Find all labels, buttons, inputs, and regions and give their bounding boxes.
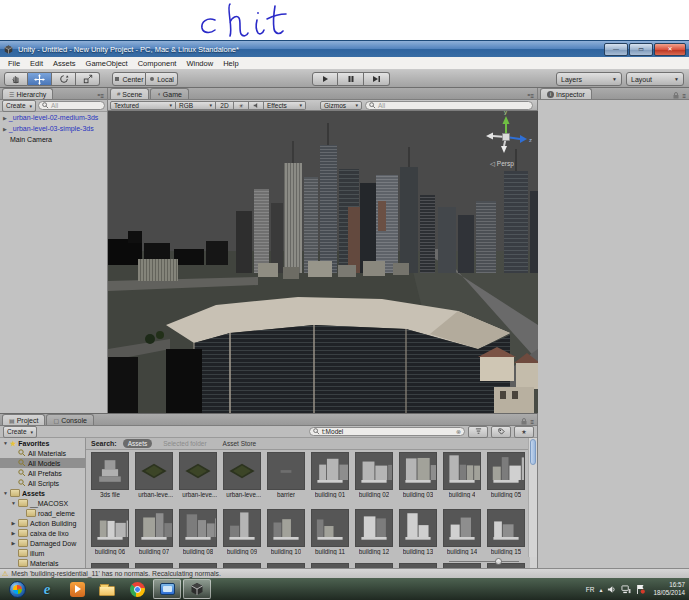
scene-search-input[interactable]: All (365, 101, 533, 110)
grid-scrollbar[interactable] (528, 438, 537, 557)
asset-item[interactable]: barrier (264, 452, 308, 498)
panel-menu-icon[interactable]: ≡ (682, 93, 686, 99)
asset-item[interactable]: building 13 (396, 509, 440, 555)
asset-item[interactable]: building 02 (352, 452, 396, 498)
project-folder-assets[interactable]: ▼Assets (0, 488, 85, 498)
tray-expand-icon[interactable]: ▴ (599, 586, 602, 593)
scope-assets[interactable]: Assets (123, 439, 153, 448)
asset-item[interactable]: building 09 (220, 509, 264, 555)
project-folder-damaged-dow[interactable]: ▶Damaged Dow (0, 538, 85, 548)
expand-arrow-icon[interactable]: ▼ (11, 500, 16, 506)
expand-arrow-icon[interactable]: ▼ (3, 490, 8, 496)
project-folder-materials[interactable]: Materials (0, 558, 85, 568)
tab-console[interactable]: ▢ Console (46, 414, 93, 425)
project-folder-all-models[interactable]: All Models (0, 458, 85, 468)
panel-menu-icon[interactable]: ⁼≡ (527, 92, 534, 99)
hand-tool-button[interactable] (4, 72, 28, 86)
effects-dropdown[interactable]: Effects ▾ (264, 101, 306, 110)
asset-item[interactable]: building 01 (308, 452, 352, 498)
asset-item[interactable]: building 11 (308, 509, 352, 555)
menu-help[interactable]: Help (218, 59, 243, 68)
space-toggle-button[interactable]: Local (146, 72, 178, 86)
project-folder-caixa-de-lixo[interactable]: ▶caixa de lixo (0, 528, 85, 538)
window-title-bar[interactable]: Unity - Untitled - New Unity Project - P… (0, 40, 689, 58)
gizmos-dropdown[interactable]: Gizmos ▾ (320, 101, 362, 110)
network-icon[interactable] (621, 585, 631, 594)
panel-menu-icon[interactable]: ⁼≡ (97, 92, 104, 99)
file-explorer-taskbar-icon[interactable] (93, 579, 121, 599)
asset-item[interactable]: building 05 (484, 452, 528, 498)
hierarchy-item[interactable]: ▶_urban-level-03-simple-3ds (0, 123, 107, 134)
project-folder-action-building[interactable]: ▶Action Building (0, 518, 85, 528)
asset-item[interactable]: building 06 (88, 509, 132, 555)
menu-file[interactable]: File (3, 59, 25, 68)
scene-audio-button[interactable] (249, 101, 264, 110)
shading-mode-dropdown[interactable]: Textured ▾ (110, 101, 176, 110)
search-by-type-button[interactable] (468, 426, 488, 438)
expand-arrow-icon[interactable]: ▶ (11, 520, 16, 526)
asset-item[interactable]: building 15 (484, 509, 528, 555)
asset-item[interactable]: building 07 (132, 509, 176, 555)
asset-item[interactable]: building 12 (352, 509, 396, 555)
volume-icon[interactable] (607, 585, 616, 594)
menu-gameobject[interactable]: GameObject (81, 59, 133, 68)
project-folder-all-materials[interactable]: All Materials (0, 448, 85, 458)
media-player-taskbar-icon[interactable] (63, 579, 91, 599)
render-channel-dropdown[interactable]: RGB ▾ (176, 101, 216, 110)
step-button[interactable] (364, 72, 390, 86)
remote-app-taskbar-icon[interactable] (153, 579, 181, 599)
lock-icon[interactable] (521, 418, 527, 425)
search-by-label-button[interactable] (491, 426, 511, 438)
tab-scene[interactable]: # Scene (110, 88, 149, 99)
save-search-button[interactable]: ★ (514, 426, 534, 438)
project-folder-all-scripts[interactable]: All Scripts (0, 478, 85, 488)
asset-item[interactable]: building 14 (440, 509, 484, 555)
expand-arrow-icon[interactable]: ▶ (3, 115, 7, 121)
hierarchy-item[interactable]: ▶_urban-level-02-medium-3ds (0, 112, 107, 123)
asset-item[interactable]: building 10 (264, 509, 308, 555)
thumbnail-size-slider[interactable] (449, 557, 519, 565)
menu-window[interactable]: Window (181, 59, 218, 68)
rotate-tool-button[interactable] (52, 72, 76, 86)
minimize-button[interactable]: — (604, 43, 628, 56)
expand-arrow-icon[interactable]: ▶ (3, 126, 7, 132)
clear-search-icon[interactable]: ⊗ (456, 428, 461, 435)
asset-item[interactable]: 3ds file (88, 452, 132, 498)
move-tool-button[interactable] (28, 72, 52, 86)
menu-component[interactable]: Component (133, 59, 182, 68)
language-indicator[interactable]: FR (586, 586, 595, 593)
expand-arrow-icon[interactable]: ▶ (11, 540, 16, 546)
panel-menu-icon[interactable]: ≡ (530, 419, 534, 425)
project-folder--macosx[interactable]: ▼__MACOSX (0, 498, 85, 508)
2d-toggle-button[interactable]: 2D (216, 101, 234, 110)
hierarchy-item[interactable]: Main Camera (0, 134, 107, 145)
pause-button[interactable] (338, 72, 364, 86)
taskbar-clock[interactable]: 16:57 18/05/2014 (650, 581, 685, 598)
slider-knob[interactable] (495, 558, 502, 565)
menu-assets[interactable]: Assets (48, 59, 81, 68)
menu-edit[interactable]: Edit (25, 59, 48, 68)
action-center-flag-icon[interactable] (636, 584, 645, 594)
hierarchy-create-button[interactable]: Create ▾ (2, 100, 36, 112)
scope-asset-store[interactable]: Asset Store (218, 439, 262, 448)
project-folder-favorites[interactable]: ▼★Favorites (0, 438, 85, 448)
pivot-toggle-button[interactable]: Center (112, 72, 146, 86)
asset-item[interactable]: building 08 (176, 509, 220, 555)
asset-item[interactable]: building 03 (396, 452, 440, 498)
scale-tool-button[interactable] (76, 72, 100, 86)
project-search-input[interactable]: t:Model ⊗ (309, 427, 465, 436)
scope-selected-folder[interactable]: Selected folder (158, 439, 211, 448)
project-create-button[interactable]: Create ▾ (3, 426, 37, 438)
status-bar[interactable]: ⚠ Mesh 'building-residential_11' has no … (0, 568, 689, 578)
chrome-taskbar-icon[interactable] (123, 579, 151, 599)
project-folder-all-prefabs[interactable]: All Prefabs (0, 468, 85, 478)
scene-viewport[interactable]: y z ◁ Persp (108, 111, 538, 413)
tab-hierarchy[interactable]: ☰ Hierarchy (2, 88, 53, 99)
tab-inspector[interactable]: i Inspector (540, 88, 592, 99)
project-folder-road-eleme[interactable]: road_eleme (0, 508, 85, 518)
tab-game[interactable]: ◖ Game (150, 88, 189, 99)
unity-taskbar-icon[interactable] (183, 579, 211, 599)
scene-lighting-button[interactable]: ☀ (234, 101, 249, 110)
expand-arrow-icon[interactable]: ▶ (11, 530, 16, 536)
asset-item[interactable]: _urban-leve... (176, 452, 220, 498)
